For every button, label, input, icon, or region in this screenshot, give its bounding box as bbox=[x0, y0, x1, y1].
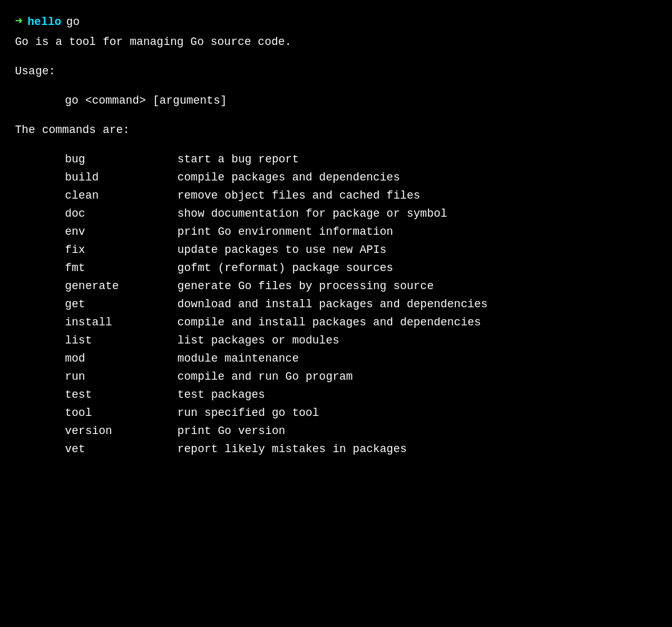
table-row: modmodule maintenance bbox=[65, 350, 657, 367]
command-description: print Go environment information bbox=[177, 224, 393, 240]
prompt-command: go bbox=[66, 14, 80, 31]
table-row: cleanremove object files and cached file… bbox=[65, 187, 657, 204]
command-name: bug bbox=[65, 151, 177, 168]
command-description: gofmt (reformat) package sources bbox=[177, 260, 393, 277]
command-name: run bbox=[65, 368, 177, 385]
command-description: report likely mistakes in packages bbox=[177, 441, 407, 458]
table-row: bugstart a bug report bbox=[65, 151, 657, 168]
command-description: compile and install packages and depende… bbox=[177, 314, 481, 331]
usage-label: Usage: bbox=[15, 63, 657, 80]
command-description: download and install packages and depend… bbox=[177, 296, 488, 313]
command-name: env bbox=[65, 224, 177, 240]
table-row: buildcompile packages and dependencies bbox=[65, 169, 657, 186]
prompt-line: ➜ hello go bbox=[15, 12, 657, 31]
command-name: clean bbox=[65, 187, 177, 204]
table-row: getdownload and install packages and dep… bbox=[65, 296, 657, 313]
command-name: install bbox=[65, 314, 177, 331]
command-name: generate bbox=[65, 278, 177, 295]
command-name: list bbox=[65, 332, 177, 349]
command-description: module maintenance bbox=[177, 350, 299, 367]
command-name: mod bbox=[65, 350, 177, 367]
command-name: vet bbox=[65, 441, 177, 458]
usage-syntax: go <command> [arguments] bbox=[65, 92, 657, 109]
command-description: generate Go files by processing source bbox=[177, 278, 433, 295]
command-description: show documentation for package or symbol bbox=[177, 205, 447, 222]
table-row: fixupdate packages to use new APIs bbox=[65, 242, 657, 259]
table-row: envprint Go environment information bbox=[65, 224, 657, 240]
command-name: get bbox=[65, 296, 177, 313]
command-description: test packages bbox=[177, 387, 265, 403]
command-description: update packages to use new APIs bbox=[177, 242, 387, 259]
arrow-icon: ➜ bbox=[15, 12, 22, 31]
command-description: compile and run Go program bbox=[177, 368, 353, 385]
command-name: version bbox=[65, 423, 177, 440]
command-list: bugstart a bug reportbuildcompile packag… bbox=[65, 151, 657, 458]
table-row: runcompile and run Go program bbox=[65, 368, 657, 385]
command-name: doc bbox=[65, 205, 177, 222]
command-description: start a bug report bbox=[177, 151, 299, 168]
command-name: tool bbox=[65, 405, 177, 422]
prompt-directory: hello bbox=[27, 14, 61, 31]
table-row: listlist packages or modules bbox=[65, 332, 657, 349]
command-description: list packages or modules bbox=[177, 332, 339, 349]
commands-label: The commands are: bbox=[15, 122, 657, 139]
table-row: generategenerate Go files by processing … bbox=[65, 278, 657, 295]
tool-description: Go is a tool for managing Go source code… bbox=[15, 34, 657, 51]
command-description: compile packages and dependencies bbox=[177, 169, 400, 186]
table-row: toolrun specified go tool bbox=[65, 405, 657, 422]
command-name: fix bbox=[65, 242, 177, 259]
table-row: docshow documentation for package or sym… bbox=[65, 205, 657, 222]
table-row: versionprint Go version bbox=[65, 423, 657, 440]
command-name: build bbox=[65, 169, 177, 186]
command-name: fmt bbox=[65, 260, 177, 277]
command-description: remove object files and cached files bbox=[177, 187, 420, 204]
table-row: testtest packages bbox=[65, 387, 657, 403]
table-row: installcompile and install packages and … bbox=[65, 314, 657, 331]
table-row: fmtgofmt (reformat) package sources bbox=[65, 260, 657, 277]
command-description: print Go version bbox=[177, 423, 285, 440]
table-row: vetreport likely mistakes in packages bbox=[65, 441, 657, 458]
terminal-window: ➜ hello go Go is a tool for managing Go … bbox=[15, 12, 657, 458]
command-description: run specified go tool bbox=[177, 405, 319, 422]
command-name: test bbox=[65, 387, 177, 403]
